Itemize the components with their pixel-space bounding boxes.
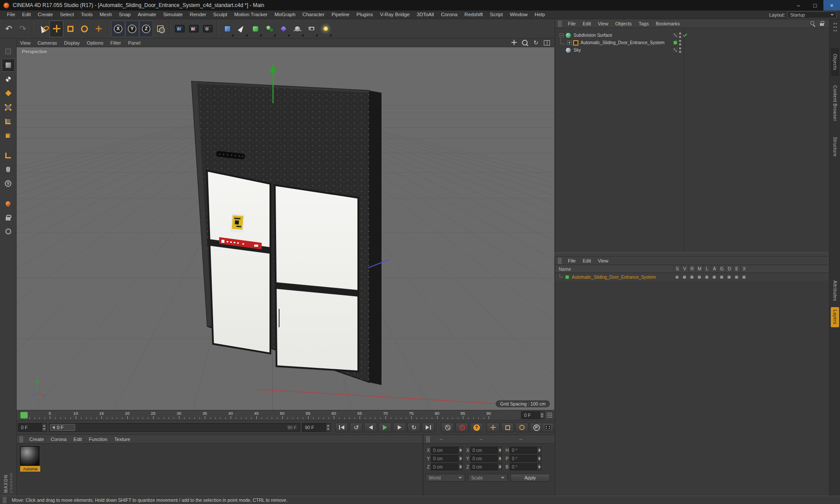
add-light-button[interactable]: [318, 21, 332, 37]
dock-handle-icon[interactable]: [833, 22, 837, 32]
viewport-menu-cameras[interactable]: Cameras: [38, 40, 57, 46]
minimize-button[interactable]: –: [790, 0, 807, 10]
add-environment-button[interactable]: [290, 21, 304, 37]
size-x-field[interactable]: 0 cm: [470, 447, 502, 454]
rotation-b-field[interactable]: 0 °: [510, 463, 541, 470]
enable-snap-button[interactable]: S: [2, 177, 15, 190]
powerslider-options-button[interactable]: [542, 423, 554, 432]
goto-end-button[interactable]: [422, 423, 435, 432]
search-icon[interactable]: [810, 21, 816, 26]
timeline-slider[interactable]: 0 F 90 F: [49, 423, 300, 432]
viewport-menu-display[interactable]: Display: [64, 40, 80, 46]
spinner-icon[interactable]: [537, 455, 541, 462]
model-mode-button[interactable]: [2, 59, 15, 72]
lock-z-axis-button[interactable]: Z: [139, 21, 153, 37]
menu-script[interactable]: Script: [486, 10, 506, 19]
workplane-mode-button[interactable]: [2, 87, 15, 100]
layout-select[interactable]: Startup: [788, 11, 836, 18]
viewport-menu-view[interactable]: View: [20, 40, 31, 46]
tab-attributes[interactable]: Attributes: [831, 276, 839, 305]
object-manager-menu-objects[interactable]: Objects: [612, 21, 635, 26]
materials-menu-function[interactable]: Function: [85, 437, 111, 442]
rotation-p-field[interactable]: 0 °: [510, 455, 541, 462]
viewport-menu-options[interactable]: Options: [87, 40, 103, 46]
materials-menu-create[interactable]: Create: [26, 437, 47, 442]
object-manager-menu-bookmarks[interactable]: Bookmarks: [652, 21, 683, 26]
object-row-sky[interactable]: Sky: [555, 46, 829, 54]
edit-render-settings-button[interactable]: [201, 21, 215, 37]
live-selection-button[interactable]: [35, 21, 49, 37]
rotation-h-field[interactable]: 0 °: [510, 447, 541, 454]
next-frame-button[interactable]: [393, 423, 406, 432]
material-thumbnail[interactable]: [20, 446, 39, 466]
planar-workplane-button[interactable]: [2, 225, 15, 238]
tab-objects[interactable]: Objects: [831, 48, 839, 76]
spinner-icon[interactable]: [497, 464, 501, 470]
make-editable-button[interactable]: [2, 45, 15, 58]
move-tool-button[interactable]: [49, 21, 63, 37]
layer-toggle-v-icon[interactable]: [681, 276, 688, 279]
close-button[interactable]: ×: [823, 0, 840, 10]
goto-start-button[interactable]: [335, 423, 348, 432]
menu-simulate[interactable]: Simulate: [160, 10, 186, 19]
menu-select[interactable]: Select: [56, 10, 77, 19]
object-manager-menu-tags[interactable]: Tags: [635, 21, 652, 26]
collapse-icon[interactable]: [560, 33, 564, 37]
menu-motion-tracker[interactable]: Motion Tracker: [231, 10, 271, 19]
menu-mesh[interactable]: Mesh: [96, 10, 116, 19]
add-primitive-button[interactable]: [220, 21, 234, 37]
current-frame-marker[interactable]: [20, 412, 28, 419]
panel-grip-icon[interactable]: [426, 436, 430, 442]
object-manager-menu-file[interactable]: File: [564, 21, 579, 26]
timeline-slider-handle[interactable]: 0 F: [50, 424, 75, 431]
lock-y-axis-button[interactable]: Y: [125, 21, 139, 37]
add-mograph-button[interactable]: [262, 21, 276, 37]
key-scale-button[interactable]: [501, 423, 514, 432]
record-active-objects-button[interactable]: [441, 423, 454, 432]
size-mode-select[interactable]: Scale: [468, 474, 508, 482]
key-position-button[interactable]: [486, 423, 500, 432]
menu-create[interactable]: Create: [34, 10, 56, 19]
position-z-field[interactable]: 0 cm: [431, 463, 462, 470]
panel-grip-icon[interactable]: [558, 21, 562, 27]
add-generator-button[interactable]: [248, 21, 262, 37]
undo-button[interactable]: ↶: [2, 21, 16, 37]
toggle-views-icon[interactable]: [542, 39, 551, 46]
menu-edit[interactable]: Edit: [19, 10, 35, 19]
panel-grip-icon[interactable]: [19, 436, 23, 442]
position-x-field[interactable]: 0 cm: [431, 447, 462, 454]
object-row-door-system[interactable]: Automatic_Sliding_Door_Entrance_System: [555, 39, 829, 46]
spinner-icon[interactable]: [537, 447, 541, 453]
menu-3dtoall[interactable]: 3DToAll: [413, 10, 438, 19]
points-mode-button[interactable]: [2, 101, 15, 114]
spinner-icon[interactable]: [42, 424, 46, 431]
keying-help-button[interactable]: ?: [470, 423, 483, 432]
key-rotation-button[interactable]: [515, 423, 528, 432]
menu-render[interactable]: Render: [186, 10, 210, 19]
panel-grip-icon[interactable]: [558, 258, 562, 264]
menu-redshift[interactable]: Redshift: [461, 10, 486, 19]
end-frame-field[interactable]: 90 F: [302, 423, 331, 432]
layer-toggle-g-icon[interactable]: [718, 276, 725, 279]
zoom-view-icon[interactable]: [521, 39, 529, 46]
spinner-icon[interactable]: [539, 412, 544, 419]
menu-tools[interactable]: Tools: [77, 10, 96, 19]
viewport-canvas[interactable]: Perspective Grid Spacing : 100 cm: [17, 47, 554, 410]
timeline-options-button[interactable]: [546, 412, 553, 419]
scale-tool-button[interactable]: [63, 21, 77, 37]
add-camera-button[interactable]: [304, 21, 318, 37]
rotate-view-icon[interactable]: ↻: [532, 39, 540, 46]
pan-view-icon[interactable]: [510, 39, 518, 46]
layer-manager-menu-view[interactable]: View: [595, 258, 612, 263]
polygons-mode-button[interactable]: [2, 129, 15, 142]
menu-animate[interactable]: Animate: [134, 10, 160, 19]
vertex-paint-button[interactable]: [2, 197, 15, 210]
layer-toggle-icon[interactable]: [673, 48, 677, 52]
layer-toggle-r-icon[interactable]: [688, 276, 696, 279]
visibility-dots-icon[interactable]: [679, 32, 681, 38]
layer-toggle-x-icon[interactable]: [740, 276, 748, 279]
texture-mode-button[interactable]: [2, 73, 15, 86]
menu-pipeline[interactable]: Pipeline: [328, 10, 353, 19]
maximize-button[interactable]: □: [807, 0, 823, 10]
render-view-button[interactable]: [173, 21, 187, 37]
